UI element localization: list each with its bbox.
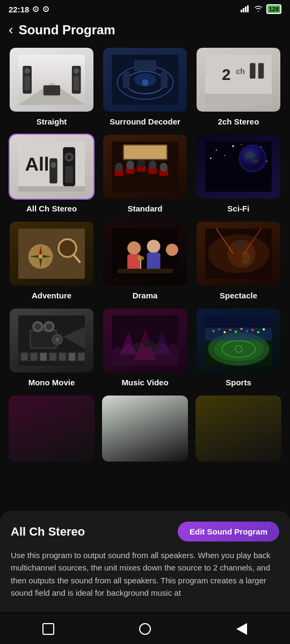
svg-point-78 — [147, 240, 160, 253]
label-all-ch-stereo: All Ch Stereo — [26, 204, 77, 213]
nav-square-button[interactable] — [39, 619, 58, 639]
svg-point-92 — [227, 240, 255, 268]
svg-point-135 — [246, 330, 248, 332]
svg-point-138 — [263, 328, 265, 331]
svg-rect-25 — [250, 63, 255, 78]
grid-item-standard[interactable]: Standard — [102, 134, 188, 213]
thumb-mono-movie — [10, 309, 93, 372]
svg-rect-105 — [21, 353, 27, 361]
svg-text:2: 2 — [222, 66, 230, 83]
grid-item-2ch-stereo[interactable]: 2 ch 2ch Stereo — [195, 47, 281, 126]
grid-item-sports[interactable]: Sports — [195, 308, 281, 387]
label-spectacle: Spectacle — [220, 291, 257, 300]
svg-point-83 — [137, 256, 143, 260]
svg-rect-1 — [243, 8, 244, 12]
thumb-adventure — [10, 222, 93, 286]
svg-point-121 — [144, 341, 151, 348]
page-title: Sound Program — [19, 23, 115, 38]
svg-point-137 — [257, 331, 259, 333]
thumb-wrapper-standard — [102, 134, 188, 200]
header: ‹ Sound Program — [0, 16, 290, 47]
grid-item-straight[interactable]: Straight — [9, 47, 95, 126]
svg-point-134 — [240, 328, 242, 330]
svg-rect-111 — [78, 353, 84, 361]
thumb-wrapper-sports — [195, 308, 281, 374]
svg-rect-128 — [205, 327, 272, 341]
svg-rect-107 — [40, 353, 46, 361]
label-sports: Sports — [226, 378, 251, 387]
svg-point-21 — [134, 73, 156, 86]
grid-item-music-video[interactable]: Music Video — [102, 308, 188, 387]
wifi-icon — [253, 5, 263, 14]
svg-point-61 — [244, 152, 255, 159]
svg-rect-49 — [124, 145, 166, 159]
status-right: 128 — [241, 4, 281, 14]
thumb-music-video — [103, 309, 187, 372]
label-standard: Standard — [127, 204, 162, 213]
grid-item-sci-fi[interactable]: Sci-Fi — [195, 134, 281, 213]
label-sci-fi: Sci-Fi — [228, 204, 250, 213]
thumb-straight — [10, 48, 93, 112]
nav-bar — [0, 614, 290, 644]
svg-point-55 — [224, 155, 225, 156]
svg-point-71 — [38, 254, 42, 259]
triangle-icon — [236, 623, 247, 635]
battery: 128 — [266, 4, 281, 14]
status-left: 22:18 ⊙ ⊙ — [9, 4, 49, 14]
svg-point-129 — [212, 330, 214, 332]
label-surround-decoder: Surround Decoder — [110, 117, 180, 126]
svg-rect-0 — [241, 10, 242, 12]
grid-item-surround-decoder[interactable]: Surround Decoder — [102, 47, 188, 126]
bottom-header: All Ch Stereo Edit Sound Program — [11, 522, 279, 541]
bottom-panel: All Ch Stereo Edit Sound Program Use thi… — [0, 511, 290, 612]
partial-item-partial-1[interactable] — [9, 396, 95, 462]
svg-point-122 — [154, 344, 159, 349]
partial-item-partial-3[interactable] — [195, 396, 281, 462]
svg-rect-79 — [147, 253, 160, 271]
svg-point-57 — [210, 158, 211, 159]
svg-point-76 — [127, 241, 141, 255]
grid-item-adventure[interactable]: Adventure — [9, 221, 95, 300]
grid-item-drama[interactable]: Drama — [102, 221, 188, 300]
nav-back-button[interactable] — [232, 619, 251, 639]
svg-rect-3 — [247, 5, 249, 12]
status-icon-1: ⊙ — [32, 4, 39, 14]
svg-point-35 — [50, 162, 56, 167]
nav-home-button[interactable] — [135, 619, 155, 639]
svg-rect-11 — [74, 68, 79, 74]
partial-thumb-partial-3 — [195, 396, 281, 462]
signal-icon — [241, 5, 250, 14]
svg-point-74 — [60, 241, 75, 255]
thumb-wrapper-drama — [102, 221, 188, 287]
svg-point-120 — [133, 343, 140, 349]
thumb-surround-decoder — [103, 48, 187, 112]
grid-item-all-ch-stereo[interactable]: All All Ch Stereo — [9, 134, 95, 213]
grid-item-mono-movie[interactable]: Mono Movie — [9, 308, 95, 387]
svg-rect-33 — [65, 166, 73, 183]
back-button[interactable]: ‹ — [9, 21, 13, 38]
svg-rect-8 — [24, 68, 30, 74]
thumb-wrapper-mono-movie — [9, 308, 95, 374]
svg-rect-34 — [49, 158, 57, 184]
label-mono-movie: Mono Movie — [28, 378, 75, 387]
svg-rect-139 — [205, 316, 272, 328]
edit-sound-program-button[interactable]: Edit Sound Program — [178, 522, 279, 541]
svg-point-80 — [165, 244, 178, 256]
svg-point-51 — [215, 149, 216, 150]
svg-rect-12 — [74, 76, 79, 90]
grid-item-spectacle[interactable]: Spectacle — [195, 221, 281, 300]
svg-rect-18 — [122, 71, 129, 88]
thumb-wrapper-surround-decoder — [102, 47, 188, 113]
thumb-spectacle — [197, 222, 280, 286]
partial-item-partial-2[interactable] — [102, 396, 188, 462]
svg-point-52 — [232, 145, 234, 147]
square-icon — [42, 623, 54, 635]
partial-thumb-partial-1 — [9, 396, 95, 462]
partial-thumb-partial-2 — [102, 396, 188, 462]
svg-rect-109 — [59, 353, 66, 361]
svg-point-98 — [55, 337, 59, 341]
svg-marker-36 — [18, 186, 85, 192]
thumb-wrapper-spectacle — [195, 221, 281, 287]
thumb-wrapper-adventure — [9, 221, 95, 287]
svg-text:All: All — [25, 153, 49, 174]
